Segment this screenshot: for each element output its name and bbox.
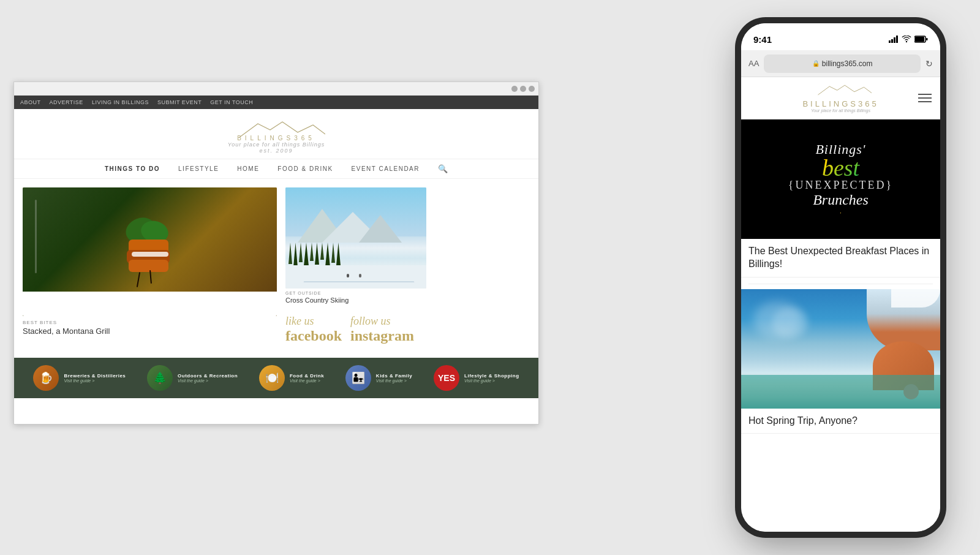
svg-point-5 (906, 41, 907, 42)
mobile-article-brunches[interactable]: Billings' best {UNEXPECTED} Brunches · T… (741, 119, 940, 278)
svg-rect-7 (915, 37, 924, 42)
nav-submit[interactable]: SUBMIT EVENT (157, 99, 202, 105)
featured-article[interactable]: BEST BITES Stacked, a Montana Grill (23, 187, 277, 349)
browser-chrome (14, 82, 538, 96)
ski-article-category: GET OUTSIDE (285, 291, 530, 295)
brunches-article-image: Billings' best {UNEXPECTED} Brunches · (741, 119, 940, 239)
svg-rect-3 (894, 37, 895, 43)
desktop-browser-window: ABOUT ADVERTISE LIVING IN BILLINGS SUBMI… (13, 81, 539, 425)
nav-living[interactable]: LIVING IN BILLINGS (92, 99, 149, 105)
svg-text:BILLINGS365: BILLINGS365 (237, 135, 315, 140)
lock-icon: 🔒 (812, 60, 820, 67)
mobile-article-hotspring[interactable]: Hot Spring Trip, Anyone? (741, 289, 940, 434)
featured-article-title: Stacked, a Montana Grill (23, 327, 277, 336)
outdoors-circle-icon: 🌲 (147, 365, 173, 391)
footer-category-lifestyle[interactable]: YES Lifestyle & Shopping Visit the guide… (434, 365, 519, 391)
hamburger-line-icon (918, 97, 932, 99)
mobile-device: 9:41 (741, 23, 940, 532)
kids-category-text: Kids & Family Visit the guide > (376, 373, 412, 383)
hamburger-line-icon (918, 101, 932, 102)
browser-aa-button[interactable]: AA (748, 59, 759, 68)
site-footer: 🍺 Breweries & Distilleries Visit the gui… (14, 358, 538, 398)
ski-article-title: Cross Country Skiing (285, 296, 530, 304)
footer-category-food[interactable]: 🍽️ Food & Drink Visit the guide > (259, 365, 324, 391)
brewery-category-text: Breweries & Distilleries Visit the guide… (64, 373, 126, 383)
hamburger-menu-button[interactable] (916, 91, 934, 105)
refresh-icon[interactable]: ↻ (925, 59, 933, 69)
mobile-status-bar: 9:41 (741, 23, 940, 50)
footer-category-brewery[interactable]: 🍺 Breweries & Distilleries Visit the gui… (33, 365, 126, 391)
svg-rect-1 (889, 40, 891, 43)
brunches-article-text: The Best Unexpected Breakfast Places in … (741, 239, 940, 271)
logo-est: est. 2009 (259, 148, 293, 154)
nav-food-drink[interactable]: FOOD & DRINK (277, 165, 333, 172)
mobile-site-header: BILLINGS365 Your place for all things Bi… (741, 77, 940, 119)
battery-icon (914, 36, 928, 43)
site-logo: BILLINGS365 Your place for all things Bi… (14, 119, 538, 154)
outdoors-category-text: Outdoors & Recreation Visit the guide > (178, 373, 238, 383)
status-time: 9:41 (753, 34, 772, 45)
nav-contact[interactable]: GET IN TOUCH (210, 99, 253, 105)
nav-things-to-do[interactable]: THINGS TO DO (105, 165, 160, 172)
mobile-logo-title: BILLINGS365 (766, 99, 916, 108)
site-content: BEST BITES Stacked, a Montana Grill (14, 179, 538, 349)
billings-best-headline: Billings' best {UNEXPECTED} Brunches · (782, 135, 899, 222)
mobile-logo-mountain-icon (810, 83, 872, 97)
food-category-text: Food & Drink Visit the guide > (290, 373, 324, 383)
nav-advertise[interactable]: ADVERTISE (50, 99, 83, 105)
site-header: BILLINGS365 Your place for all things Bi… (14, 109, 538, 159)
logo-mountain-icon: BILLINGS365 (227, 119, 325, 140)
svg-rect-8 (926, 38, 928, 40)
wifi-icon (902, 36, 911, 43)
status-icons (889, 36, 928, 43)
article-divider (748, 284, 933, 284)
search-icon[interactable]: 🔍 (438, 164, 448, 173)
mobile-logo-subtitle: Your place for all things Billings (766, 108, 916, 113)
lifestyle-category-text: Lifestyle & Shopping Visit the guide > (464, 373, 519, 383)
nav-home[interactable]: HOME (237, 165, 259, 172)
svg-rect-4 (896, 36, 898, 43)
lifestyle-circle-icon: YES (434, 365, 459, 391)
hotspring-article-title: Hot Spring Trip, Anyone? (748, 415, 933, 428)
right-column: GET OUTSIDE Cross Country Skiing like us… (285, 187, 530, 349)
nav-lifestyle[interactable]: LIFESTYLE (178, 165, 219, 172)
signal-icon (889, 36, 899, 43)
hamburger-line-icon (918, 94, 932, 95)
ski-article-image (285, 187, 426, 289)
mobile-screen: 9:41 (741, 23, 940, 532)
browser-control-dot (529, 86, 535, 92)
svg-rect-2 (891, 39, 893, 43)
nav-about[interactable]: ABOUT (20, 99, 41, 105)
hotspring-article-text: Hot Spring Trip, Anyone? (741, 409, 940, 428)
secondary-article[interactable]: GET OUTSIDE Cross Country Skiing (285, 187, 530, 304)
footer-category-kids[interactable]: 👨‍👧 Kids & Family Visit the guide > (345, 365, 412, 391)
instagram-social-text[interactable]: follow us instagram (350, 315, 414, 344)
footer-category-outdoors[interactable]: 🌲 Outdoors & Recreation Visit the guide … (147, 365, 238, 391)
brewery-circle-icon: 🍺 (33, 365, 59, 391)
food-circle-icon: 🍽️ (259, 365, 285, 391)
nav-event-calendar[interactable]: EVENT CALENDAR (352, 165, 420, 172)
featured-article-image (23, 187, 277, 316)
browser-control-dot (511, 86, 518, 92)
mobile-scrollable-content[interactable]: BILLINGS365 Your place for all things Bi… (741, 77, 940, 532)
site-top-nav: ABOUT ADVERTISE LIVING IN BILLINGS SUBMI… (14, 96, 538, 109)
brunches-article-title: The Best Unexpected Breakfast Places in … (748, 245, 933, 271)
main-navigation: THINGS TO DO LIFESTYLE HOME FOOD & DRINK… (14, 159, 538, 179)
browser-url-bar[interactable]: 🔒 billings365.com (764, 55, 921, 73)
kids-circle-icon: 👨‍👧 (345, 365, 371, 391)
featured-article-category: BEST BITES (23, 320, 277, 325)
hotspring-article-image (741, 289, 940, 409)
browser-url: billings365.com (822, 59, 873, 68)
facebook-social-text[interactable]: like us facebook (285, 315, 342, 344)
logo-subtitle: Your place for all things Billings (228, 142, 325, 148)
mobile-browser-bar: AA 🔒 billings365.com ↻ (741, 50, 940, 77)
browser-control-dot (520, 86, 526, 92)
mobile-logo: BILLINGS365 Your place for all things Bi… (766, 83, 916, 113)
social-section: like us facebook follow us instagram (285, 310, 530, 349)
